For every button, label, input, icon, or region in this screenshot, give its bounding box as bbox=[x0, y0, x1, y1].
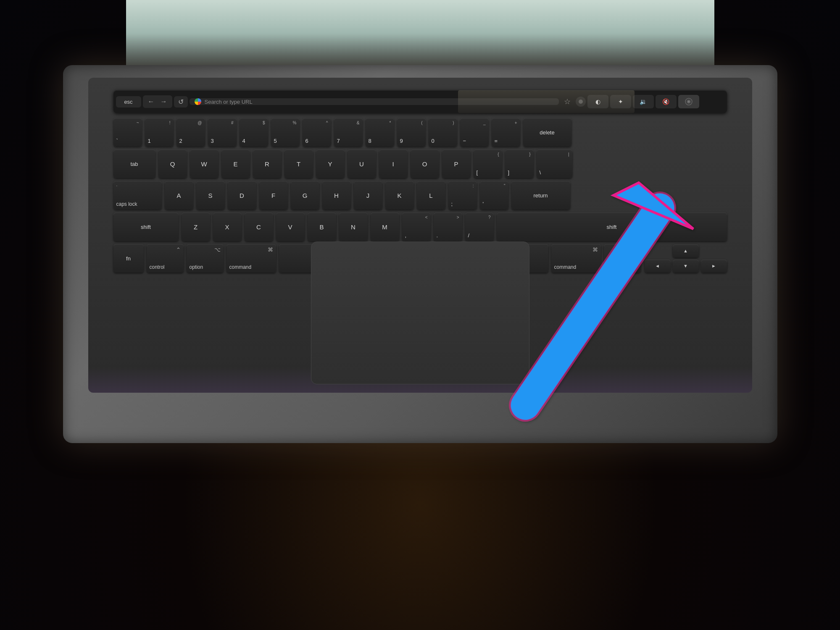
back-button[interactable]: ← bbox=[145, 97, 157, 106]
key-g[interactable]: G bbox=[291, 181, 319, 210]
macbook-body: esc ← → ↺ Search or type URL ☆ ◐ ✦ bbox=[63, 65, 777, 443]
key-h[interactable]: H bbox=[322, 181, 351, 210]
google-logo bbox=[195, 98, 201, 105]
key-l[interactable]: L bbox=[417, 181, 445, 210]
key-6[interactable]: ^ 6 bbox=[303, 118, 331, 147]
key-period[interactable]: > . bbox=[434, 213, 462, 241]
key-p[interactable]: P bbox=[442, 150, 471, 178]
key-backtick[interactable]: ~ ` bbox=[113, 118, 142, 147]
key-z[interactable]: Z bbox=[182, 213, 210, 241]
key-arrow-down[interactable]: ▼ bbox=[673, 260, 699, 273]
key-i[interactable]: I bbox=[379, 150, 408, 178]
forward-button[interactable]: → bbox=[158, 97, 170, 106]
key-semicolon[interactable]: : ; bbox=[448, 181, 477, 210]
key-1[interactable]: ! 1 bbox=[145, 118, 174, 147]
key-m[interactable]: M bbox=[371, 213, 399, 241]
key-bracket-left[interactable]: { [ bbox=[474, 150, 502, 178]
key-v[interactable]: V bbox=[276, 213, 305, 241]
scene: esc ← → ↺ Search or type URL ☆ ◐ ✦ bbox=[0, 0, 840, 630]
touch-bar-nav: ← → bbox=[143, 95, 172, 108]
key-option-right[interactable]: option bbox=[604, 244, 641, 273]
key-j[interactable]: J bbox=[354, 181, 382, 210]
key-9[interactable]: ( 9 bbox=[397, 118, 426, 147]
key-command-right[interactable]: ⌘ command bbox=[551, 244, 601, 273]
key-command-left[interactable]: ⌘ command bbox=[226, 244, 276, 273]
key-q[interactable]: Q bbox=[158, 150, 187, 178]
key-quote[interactable]: " ' bbox=[480, 181, 508, 210]
key-arrow-up[interactable]: ▲ bbox=[673, 244, 699, 257]
esc-key[interactable]: esc bbox=[116, 96, 141, 108]
number-row: ~ ` ! 1 @ 2 # 3 bbox=[113, 118, 727, 147]
key-n[interactable]: N bbox=[339, 213, 368, 241]
key-equals[interactable]: + = bbox=[492, 118, 520, 147]
key-minus[interactable]: _ − bbox=[460, 118, 489, 147]
key-d[interactable]: D bbox=[228, 181, 256, 210]
key-option-left[interactable]: ⌥ option bbox=[187, 244, 224, 273]
touch-bar: esc ← → ↺ Search or type URL ☆ ◐ ✦ bbox=[113, 90, 727, 113]
keyboard-area: esc ← → ↺ Search or type URL ☆ ◐ ✦ bbox=[88, 78, 752, 393]
key-fn[interactable]: fn bbox=[113, 244, 144, 273]
bookmark-button[interactable]: ☆ bbox=[561, 95, 574, 108]
key-slash[interactable]: ? / bbox=[465, 213, 494, 241]
siri-button[interactable] bbox=[678, 95, 699, 108]
zxcv-row: shift Z X C V B N M < , > . bbox=[113, 213, 727, 241]
qwerty-row: tab Q W E R T Y U I O P { [ bbox=[113, 150, 727, 178]
reload-button[interactable]: ↺ bbox=[174, 96, 188, 108]
brightness-down-button[interactable]: ◐ bbox=[587, 95, 608, 108]
trackpad[interactable] bbox=[311, 242, 529, 384]
key-o[interactable]: O bbox=[411, 150, 439, 178]
brightness-up-button[interactable]: ✦ bbox=[610, 95, 631, 108]
key-0[interactable]: ) 0 bbox=[429, 118, 457, 147]
url-bar[interactable]: Search or type URL bbox=[190, 98, 559, 105]
key-arrow-left[interactable]: ◄ bbox=[645, 260, 671, 273]
key-delete[interactable]: delete bbox=[523, 118, 571, 147]
key-e[interactable]: E bbox=[221, 150, 250, 178]
key-comma[interactable]: < , bbox=[402, 213, 431, 241]
key-c[interactable]: C bbox=[245, 213, 273, 241]
touch-bar-controls: ◐ ✦ 🔉 🔇 bbox=[587, 95, 699, 108]
volume-down-button[interactable]: 🔉 bbox=[633, 95, 654, 108]
key-2[interactable]: @ 2 bbox=[176, 118, 205, 147]
key-tab[interactable]: tab bbox=[113, 150, 155, 178]
tab-indicator bbox=[576, 97, 586, 107]
key-shift-right[interactable]: shift bbox=[497, 213, 727, 241]
key-u[interactable]: U bbox=[348, 150, 376, 178]
key-backslash[interactable]: | \ bbox=[537, 150, 572, 178]
key-w[interactable]: W bbox=[190, 150, 219, 178]
key-8[interactable]: * 8 bbox=[366, 118, 394, 147]
key-bracket-right[interactable]: } ] bbox=[505, 150, 534, 178]
volume-mute-button[interactable]: 🔇 bbox=[656, 95, 677, 108]
key-7[interactable]: & 7 bbox=[334, 118, 363, 147]
key-x[interactable]: X bbox=[213, 213, 242, 241]
key-f[interactable]: F bbox=[259, 181, 288, 210]
arrow-cluster: ▲ ◄ ▼ ► bbox=[645, 244, 727, 273]
key-y[interactable]: Y bbox=[316, 150, 345, 178]
key-a[interactable]: A bbox=[165, 181, 193, 210]
touch-id-button[interactable] bbox=[702, 92, 724, 111]
key-4[interactable]: $ 4 bbox=[240, 118, 268, 147]
key-s[interactable]: S bbox=[196, 181, 225, 210]
key-t[interactable]: T bbox=[284, 150, 313, 178]
key-b[interactable]: B bbox=[308, 213, 336, 241]
key-5[interactable]: % 5 bbox=[271, 118, 300, 147]
asdf-row: · caps lock A S D F G H J K L : ; bbox=[113, 181, 727, 210]
key-shift-left[interactable]: shift bbox=[113, 213, 179, 241]
key-arrow-right[interactable]: ► bbox=[701, 260, 727, 273]
key-k[interactable]: K bbox=[385, 181, 414, 210]
siri-icon bbox=[685, 97, 693, 106]
key-capslock[interactable]: · caps lock bbox=[113, 181, 162, 210]
svg-point-2 bbox=[687, 100, 691, 104]
key-control[interactable]: ⌃ control bbox=[147, 244, 184, 273]
key-r[interactable]: R bbox=[253, 150, 282, 178]
key-3[interactable]: # 3 bbox=[208, 118, 237, 147]
key-return[interactable]: return bbox=[511, 181, 570, 210]
url-text: Search or type URL bbox=[205, 99, 253, 105]
